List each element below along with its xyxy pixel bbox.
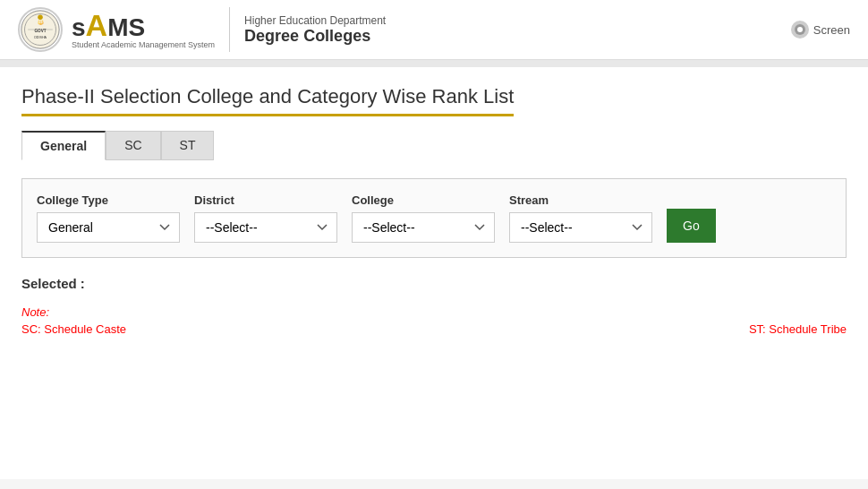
district-label: District — [194, 193, 337, 207]
screen-icon — [791, 21, 809, 39]
dept-label: Higher Education Department — [244, 14, 386, 27]
notes-section: Note: SC: Schedule Caste ST: Schedule Tr… — [21, 305, 847, 336]
stream-group: Stream --Select-- — [509, 193, 652, 243]
svg-text:ODISHA: ODISHA — [34, 36, 47, 39]
stream-select[interactable]: --Select-- — [509, 212, 652, 243]
note-label: Note: — [21, 305, 847, 319]
go-button[interactable]: Go — [667, 209, 716, 243]
logo-ms: MS — [107, 13, 145, 41]
filter-row: College Type General Private Government … — [37, 193, 831, 243]
college-select[interactable]: --Select-- — [352, 212, 495, 243]
filter-box: College Type General Private Government … — [21, 178, 847, 258]
note-row: SC: Schedule Caste ST: Schedule Tribe — [21, 322, 847, 336]
st-note: ST: Schedule Tribe — [749, 322, 847, 336]
college-type-group: College Type General Private Government — [37, 193, 180, 243]
logo-text: sAMS Student Academic Management System — [72, 10, 215, 49]
svg-text:GOVT: GOVT — [34, 29, 46, 33]
screen-label: Screen — [813, 23, 850, 37]
college-label: Degree Colleges — [244, 27, 386, 46]
sc-note: SC: Schedule Caste — [21, 322, 126, 336]
tab-general[interactable]: General — [21, 131, 106, 160]
selected-label: Selected : — [21, 276, 847, 291]
college-group: College --Select-- — [352, 193, 495, 243]
logo-subtitle: Student Academic Management System — [72, 40, 215, 49]
college-type-label: College Type — [37, 193, 180, 207]
logo-emblem: 🔱 GOVT ODISHA — [18, 7, 63, 52]
college-filter-label: College — [352, 193, 495, 207]
screen-area: Screen — [791, 21, 850, 39]
header-divider — [229, 7, 230, 52]
logo-area: 🔱 GOVT ODISHA sAMS Student Academic Mana… — [18, 7, 215, 52]
stream-label: Stream — [509, 193, 652, 207]
sams-logo: sAMS — [72, 10, 215, 40]
header: 🔱 GOVT ODISHA sAMS Student Academic Mana… — [0, 0, 868, 60]
tabs-container: General SC ST — [21, 131, 847, 160]
go-area: Go — [667, 209, 716, 243]
svg-point-5 — [38, 14, 43, 20]
nav-bar — [0, 60, 868, 67]
college-type-select[interactable]: General Private Government — [37, 212, 180, 243]
tab-st[interactable]: ST — [161, 131, 215, 160]
district-select[interactable]: --Select-- — [194, 212, 337, 243]
logo-s: s — [72, 13, 86, 41]
header-title: Higher Education Department Degree Colle… — [244, 14, 386, 46]
logo-a: A — [86, 8, 108, 42]
svg-point-8 — [797, 27, 803, 32]
district-group: District --Select-- — [194, 193, 337, 243]
tab-sc[interactable]: SC — [106, 131, 160, 160]
main-content: Phase-II Selection College and Category … — [0, 67, 868, 479]
page-title: Phase-II Selection College and Category … — [21, 85, 514, 116]
